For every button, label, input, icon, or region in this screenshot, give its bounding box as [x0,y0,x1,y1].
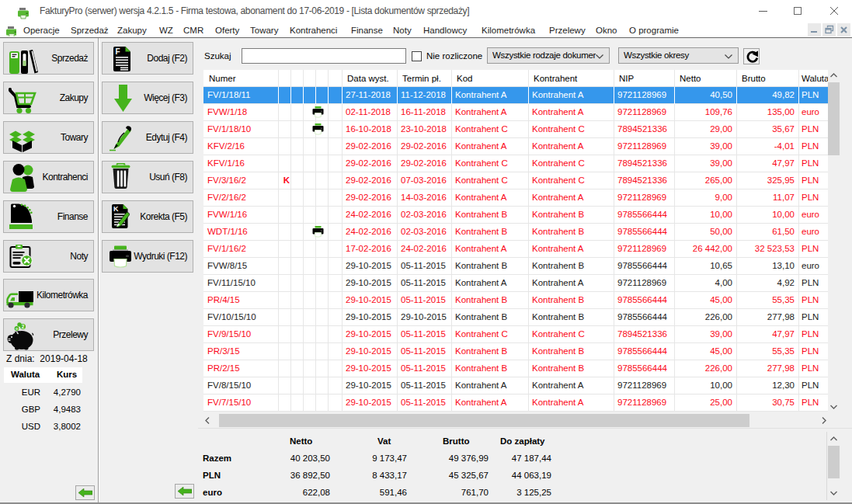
svg-text:K: K [113,205,119,213]
svg-text:2: 2 [22,324,25,329]
svg-text:F: F [116,47,120,56]
svg-text:o: o [16,326,18,331]
